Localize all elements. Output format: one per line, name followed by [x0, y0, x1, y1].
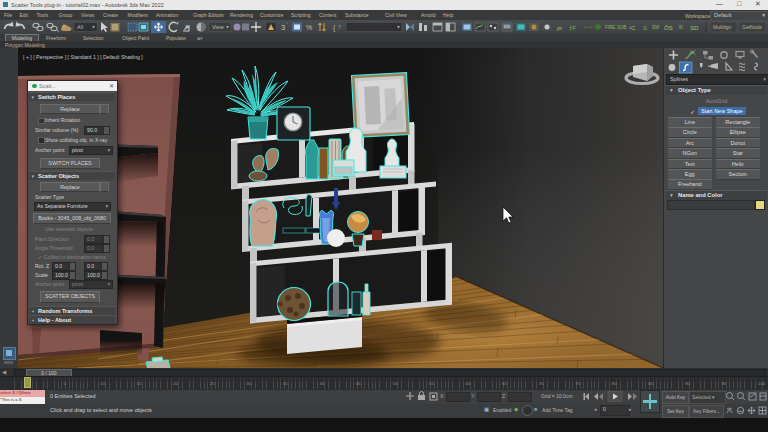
svg-text:{: {: [333, 24, 336, 32]
svg-text:3: 3: [281, 23, 285, 32]
svg-text:?: ?: [338, 24, 341, 30]
svg-text:%: %: [306, 24, 312, 31]
svg-text:SD: SD: [690, 25, 699, 31]
svg-text:ŌS: ŌS: [664, 25, 673, 31]
svg-text:∼∼: ∼∼: [583, 24, 593, 30]
svg-text:SUB: SUB: [617, 25, 626, 30]
svg-text:All: All: [77, 24, 83, 30]
svg-text:ƒF: ƒF: [569, 25, 576, 31]
svg-text:°: °: [286, 22, 288, 27]
svg-text:GetNode: GetNode: [742, 24, 762, 30]
svg-text:[ + ] [ Perspective ] [ Standa: [ + ] [ Perspective ] [ Standard 1 ] [ D…: [23, 54, 143, 60]
svg-text:¹C: ¹C: [629, 25, 636, 31]
svg-text:pt: pt: [556, 25, 562, 31]
svg-text:S: S: [643, 25, 647, 31]
svg-text:Multilign: Multilign: [713, 24, 732, 30]
svg-text:View: View: [212, 24, 224, 30]
svg-text:FIRE: FIRE: [605, 25, 615, 30]
svg-text:≣: ≣: [678, 24, 683, 30]
svg-text:SW: SW: [652, 25, 660, 30]
